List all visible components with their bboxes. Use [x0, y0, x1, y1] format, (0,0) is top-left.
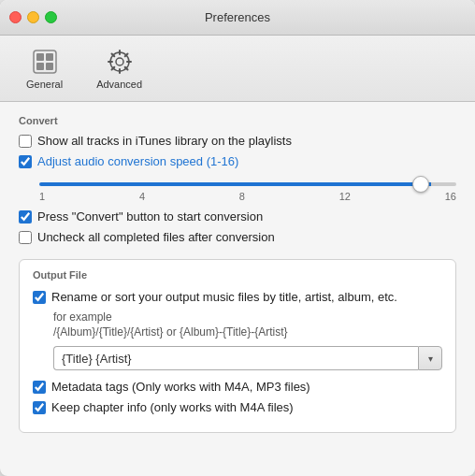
- close-button[interactable]: [9, 11, 22, 23]
- rename-sort-checkbox[interactable]: [33, 291, 46, 304]
- show-all-tracks-row: Show all tracks in iTunes library on the…: [19, 134, 456, 148]
- example-label: for example: [53, 310, 442, 324]
- general-icon: [30, 47, 60, 77]
- toolbar-advanced-button[interactable]: Advanced: [89, 43, 150, 94]
- convert-section: Convert Show all tracks in iTunes librar…: [19, 115, 456, 244]
- format-dropdown-button[interactable]: ▾: [418, 346, 442, 370]
- adjust-audio-label[interactable]: Adjust audio conversion speed (1-16): [37, 154, 238, 168]
- svg-rect-3: [36, 63, 44, 70]
- toolbar-general-button[interactable]: General: [19, 43, 70, 94]
- convert-header: Convert: [19, 115, 456, 126]
- press-convert-label[interactable]: Press "Convert" button to start conversi…: [37, 209, 263, 224]
- svg-rect-4: [46, 63, 53, 70]
- uncheck-completed-label[interactable]: Uncheck all completed files after conver…: [37, 230, 275, 244]
- metadata-tags-row: Metadata tags (Only works with M4A, MP3 …: [33, 380, 442, 394]
- press-convert-row: Press "Convert" button to start conversi…: [19, 209, 456, 224]
- advanced-label: Advanced: [96, 79, 142, 90]
- keep-chapter-label[interactable]: Keep chapter info (only works with M4A f…: [51, 400, 294, 414]
- format-input[interactable]: [53, 346, 418, 370]
- format-example: /{Album}/{Title}/{Artist} or {Album}-{Ti…: [53, 325, 442, 339]
- show-all-tracks-checkbox[interactable]: [19, 135, 32, 148]
- format-input-row: ▾: [53, 346, 442, 370]
- adjust-audio-checkbox[interactable]: [19, 155, 32, 168]
- show-all-tracks-label[interactable]: Show all tracks in iTunes library on the…: [37, 134, 292, 148]
- rename-sort-label[interactable]: Rename or sort your output music files b…: [51, 290, 397, 304]
- titlebar: Preferences: [0, 0, 475, 36]
- speed-slider[interactable]: [39, 182, 456, 186]
- speed-slider-container: 1 4 8 12 16: [39, 175, 456, 202]
- preferences-window: Preferences General: [0, 0, 475, 476]
- content-area: Convert Show all tracks in iTunes librar…: [0, 102, 475, 476]
- svg-point-6: [116, 58, 123, 65]
- keep-chapter-checkbox[interactable]: [33, 401, 46, 414]
- metadata-tags-label[interactable]: Metadata tags (Only works with M4A, MP3 …: [51, 380, 310, 394]
- window-title: Preferences: [205, 10, 270, 24]
- metadata-tags-checkbox[interactable]: [33, 381, 46, 394]
- output-section: Output File Rename or sort your output m…: [19, 259, 456, 433]
- general-label: General: [26, 79, 63, 90]
- minimize-button[interactable]: [27, 11, 39, 23]
- press-convert-checkbox[interactable]: [19, 210, 32, 224]
- adjust-audio-row: Adjust audio conversion speed (1-16): [19, 154, 456, 168]
- uncheck-completed-checkbox[interactable]: [19, 231, 32, 244]
- svg-rect-2: [46, 53, 53, 61]
- uncheck-completed-row: Uncheck all completed files after conver…: [19, 230, 456, 244]
- toolbar: General Advanced: [0, 36, 475, 102]
- svg-rect-1: [36, 53, 44, 61]
- window-controls: [9, 11, 57, 23]
- slider-track: [39, 175, 456, 189]
- rename-sort-row: Rename or sort your output music files b…: [33, 290, 442, 304]
- output-header: Output File: [33, 269, 442, 281]
- maximize-button[interactable]: [45, 11, 57, 23]
- chevron-down-icon: ▾: [428, 353, 433, 364]
- advanced-icon: [105, 47, 135, 77]
- keep-chapter-row: Keep chapter info (only works with M4A f…: [33, 400, 442, 414]
